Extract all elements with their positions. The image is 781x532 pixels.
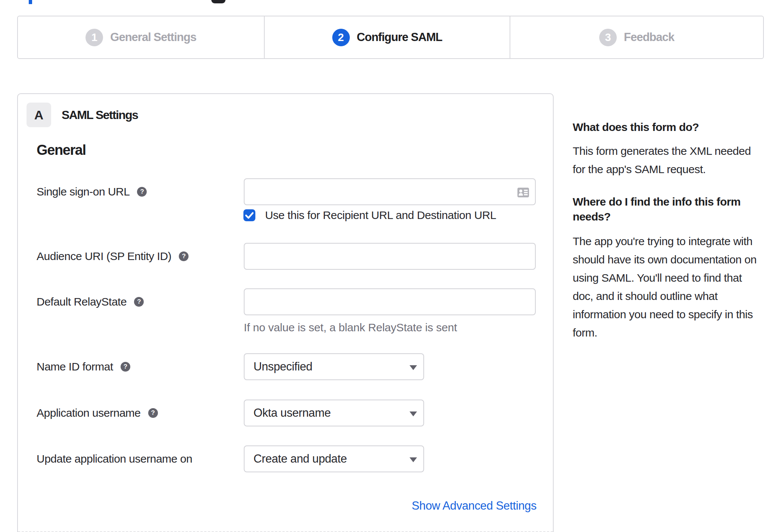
address-card-icon xyxy=(517,188,529,197)
cut-off-header-title-fragment xyxy=(211,0,225,3)
name-id-format-label: Name ID format xyxy=(37,360,113,373)
app-username-value: Okta username xyxy=(253,406,331,420)
app-username-select[interactable]: Okta username xyxy=(244,400,424,426)
step-feedback[interactable]: 3 Feedback xyxy=(510,16,763,58)
chevron-down-icon xyxy=(410,365,417,370)
step-1-label: General Settings xyxy=(110,31,196,44)
app-username-help-icon[interactable]: ? xyxy=(148,408,158,418)
name-id-format-help-icon[interactable]: ? xyxy=(121,362,130,372)
show-advanced-settings-link[interactable]: Show Advanced Settings xyxy=(244,499,536,513)
name-id-format-select[interactable]: Unspecified xyxy=(244,353,424,380)
general-section-heading: General xyxy=(37,140,86,160)
sidebar-paragraph-where: The app you're trying to integrate with … xyxy=(573,232,756,342)
section-a-badge: A xyxy=(27,103,51,127)
step-1-circle: 1 xyxy=(85,29,103,46)
update-app-username-label-wrap: Update application username on xyxy=(37,445,192,472)
sso-url-label-wrap: Single sign-on URL ? xyxy=(37,178,147,205)
chevron-down-icon xyxy=(410,411,417,416)
chevron-down-icon xyxy=(410,457,417,462)
relay-state-help-icon[interactable]: ? xyxy=(134,297,144,307)
update-app-username-select[interactable]: Create and update xyxy=(244,445,424,472)
sso-url-help-icon[interactable]: ? xyxy=(137,187,147,197)
update-app-username-label: Update application username on xyxy=(37,453,192,465)
step-2-label: Configure SAML xyxy=(357,31,442,44)
app-username-label-wrap: Application username ? xyxy=(37,400,158,426)
configure-saml-page: 1 General Settings 2 Configure SAML 3 Fe… xyxy=(0,0,781,532)
audience-uri-help-icon[interactable]: ? xyxy=(179,251,189,261)
recipient-url-checkbox-row: Use this for Recipient URL and Destinati… xyxy=(243,209,496,222)
update-app-username-value: Create and update xyxy=(253,452,347,466)
relay-state-label: Default RelayState xyxy=(37,295,127,308)
recipient-url-checkbox-label[interactable]: Use this for Recipient URL and Destinati… xyxy=(265,209,496,222)
relay-state-hint: If no value is set, a blank RelayState i… xyxy=(244,319,457,337)
relay-state-label-wrap: Default RelayState ? xyxy=(37,288,144,315)
relay-state-input[interactable] xyxy=(244,288,536,315)
cut-off-header-blue-fragment xyxy=(29,0,32,4)
panel-title: SAML Settings xyxy=(62,103,138,127)
sidebar-heading-where: Where do I find the info this form needs… xyxy=(573,194,741,224)
step-general-settings[interactable]: 1 General Settings xyxy=(18,16,264,58)
saml-settings-panel: A SAML Settings General Single sign-on U… xyxy=(17,93,554,532)
step-configure-saml[interactable]: 2 Configure SAML xyxy=(264,16,510,58)
name-id-format-label-wrap: Name ID format ? xyxy=(37,353,130,380)
recipient-url-checkbox[interactable] xyxy=(243,209,255,221)
audience-uri-label-wrap: Audience URI (SP Entity ID) ? xyxy=(37,243,189,270)
audience-uri-label: Audience URI (SP Entity ID) xyxy=(37,250,171,263)
step-3-circle: 3 xyxy=(599,29,617,46)
checkmark-icon xyxy=(243,209,255,221)
sso-url-input[interactable] xyxy=(244,178,536,205)
step-3-label: Feedback xyxy=(624,31,674,44)
wizard-stepper: 1 General Settings 2 Configure SAML 3 Fe… xyxy=(17,16,764,59)
name-id-format-value: Unspecified xyxy=(253,360,312,373)
sidebar-heading-what: What does this form do? xyxy=(573,120,699,135)
audience-uri-input[interactable] xyxy=(244,243,536,270)
app-username-label: Application username xyxy=(37,407,141,419)
step-2-circle: 2 xyxy=(332,29,350,46)
sidebar-paragraph-what: This form generates the XML needed for t… xyxy=(573,142,751,178)
sso-url-label: Single sign-on URL xyxy=(37,185,130,198)
